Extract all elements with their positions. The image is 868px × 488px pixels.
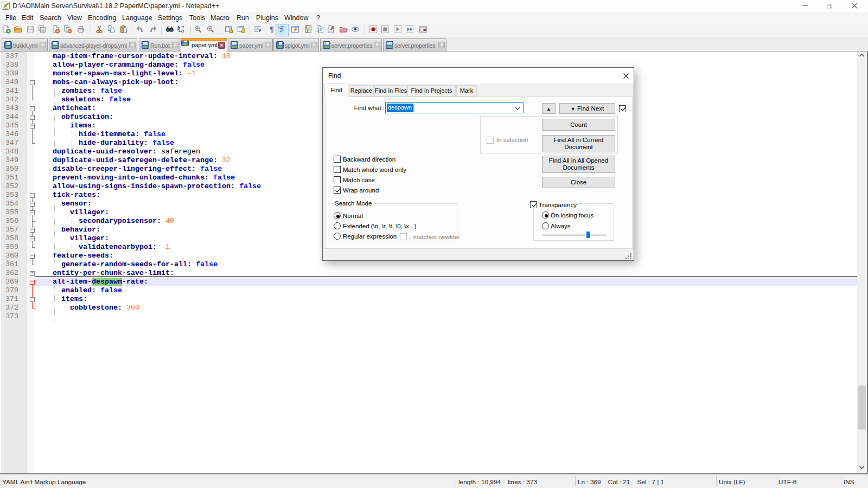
svg-text:a: a bbox=[181, 28, 184, 34]
svg-text:b: b bbox=[177, 25, 180, 31]
svg-text:¶: ¶ bbox=[270, 25, 274, 34]
